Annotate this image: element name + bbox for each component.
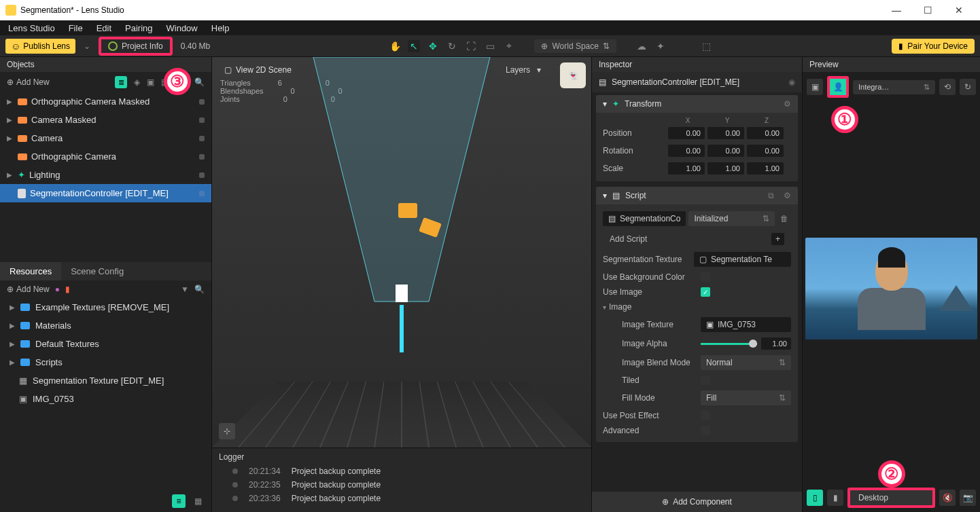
grid-view-icon[interactable]: ▦ [191,494,205,508]
res-scripts[interactable]: ▶Scripts [0,353,211,371]
tree-item-ortho-cam[interactable]: Orthographic Camera [0,147,211,166]
preview-phone-icon[interactable]: ▯ [807,490,823,506]
preview-viewport[interactable] [805,238,977,340]
script-state-select[interactable]: Initialized⇅ [688,211,775,226]
puzzle-icon[interactable]: ✦ [654,40,667,52]
pos-x-input[interactable] [668,127,705,139]
menu-lens-studio[interactable]: Lens Studio [8,23,55,33]
viewport-3d[interactable]: ▢ View 2D Scene Layers ▾ 👻 Triangles60 B… [212,57,591,447]
visibility-toggle[interactable] [199,172,205,178]
list-view-icon[interactable]: ≡ [172,494,186,508]
post-effect-checkbox[interactable] [701,411,710,420]
scale-z-input[interactable] [747,162,784,175]
resource-icon-1[interactable]: ● [55,285,60,294]
tab-scene-config[interactable]: Scene Config [61,262,133,280]
publish-dropdown[interactable]: ⌄ [81,41,93,51]
script-reference[interactable]: ▤SegmentationCo [603,211,686,226]
tree-item-cam-masked[interactable]: ▶Camera Masked [0,111,211,129]
advanced-checkbox[interactable] [701,426,710,435]
add-resource-button[interactable]: ⊕ Add New [7,285,50,294]
visibility-toggle[interactable] [199,99,205,105]
preview-refresh-icon[interactable]: ↻ [960,79,976,95]
visibility-toggle[interactable] [199,154,205,160]
menu-file[interactable]: File [69,23,83,33]
scale-tool-icon[interactable]: ⛶ [465,40,477,52]
hand-tool-icon[interactable]: ✋ [389,40,401,52]
focus-tool-icon[interactable]: ⌖ [503,40,515,52]
trash-icon[interactable]: 🗑 [777,214,791,223]
add-component-button[interactable]: ⊕ Add Component [592,492,802,512]
cloud-icon[interactable]: ☁ [635,40,648,52]
menu-edit[interactable]: Edit [97,23,111,33]
preview-mute-icon[interactable]: 🔇 [939,490,956,506]
script-header[interactable]: ▾ ▤ Script ⧉ ⚙ [596,187,798,204]
res-default-textures[interactable]: ▶Default Textures [0,335,211,353]
move-tool-icon[interactable]: ✥ [427,40,439,52]
layers-icon[interactable]: ◈ [134,77,140,87]
scene-object-white[interactable] [396,285,408,302]
maximize-button[interactable]: ☐ [912,0,943,20]
preview-tablet-icon[interactable]: ▮ [827,490,843,506]
image-collapse-icon[interactable]: ▾ [603,304,606,311]
preview-flip-icon[interactable]: ⟲ [939,79,956,95]
rot-z-input[interactable] [747,145,784,157]
minimize-button[interactable]: — [881,0,912,20]
search-icon[interactable]: 🔍 [194,77,205,87]
copy-icon[interactable]: ⧉ [768,191,774,200]
pair-device-button[interactable]: ▮ Pair Your Device [892,39,975,54]
tree-item-segmentation-controller[interactable]: SegmentationController [EDIT_ME] [0,184,211,202]
collapse-icon[interactable]: ▣ [147,77,154,87]
camera-object-1[interactable] [398,203,417,218]
preview-record-icon[interactable]: 📷 [960,490,976,506]
filter-icon[interactable]: ▼ [181,285,189,294]
res-img-0753[interactable]: ▣IMG_0753 [0,390,211,408]
visibility-icon[interactable]: ◉ [788,77,795,87]
use-image-checkbox[interactable]: ✓ [701,287,710,297]
tiled-checkbox[interactable] [701,376,710,385]
res-materials[interactable]: ▶Materials [0,316,211,335]
close-button[interactable]: ✕ [943,0,975,20]
pos-z-input[interactable] [747,127,784,139]
menu-pairing[interactable]: Pairing [125,23,152,33]
add-script-button[interactable]: Add Script+ [603,229,791,249]
pos-y-input[interactable] [707,127,744,139]
preview-person-icon[interactable]: 👤 [827,76,849,98]
snapchat-ghost-icon[interactable]: 👻 [560,62,586,88]
visibility-toggle[interactable] [199,136,205,141]
image-texture-field[interactable]: ▣IMG_0753 [701,317,791,332]
res-example-textures[interactable]: ▶Example Textures [REMOVE_ME] [0,298,211,316]
gear-icon[interactable]: ⚙ [784,99,791,109]
seg-texture-field[interactable]: ▢Segmentation Te [694,252,791,267]
rot-x-input[interactable] [668,145,705,157]
axis-gizmo-icon[interactable]: ⊹ [219,423,235,439]
tree-item-lighting[interactable]: ▶✦Lighting [0,166,211,184]
preview-camera-icon[interactable]: ▣ [807,79,823,95]
view-2d-button[interactable]: ▢ View 2D Scene [217,62,298,77]
tree-item-ortho-cam-masked[interactable]: ▶Orthographic Camera Masked [0,92,211,111]
visibility-toggle[interactable] [199,117,205,123]
cursor-icon[interactable]: ⬚ [701,40,713,52]
resource-icon-2[interactable]: ▮ [65,285,70,294]
hierarchy-filter-icon[interactable]: ≣ [115,76,127,88]
scale-y-input[interactable] [707,162,744,175]
tab-resources[interactable]: Resources [0,262,61,280]
world-space-dropdown[interactable]: ⊕ World Space ⇅ [534,39,616,53]
alpha-input[interactable] [761,337,791,350]
alpha-slider[interactable] [701,343,757,345]
res-seg-texture[interactable]: ▦Segmentation Texture [EDIT_ME] [0,371,211,390]
visibility-toggle[interactable] [199,191,205,196]
add-object-button[interactable]: ⊕ Add New [7,77,50,87]
rotate-tool-icon[interactable]: ↻ [446,40,458,52]
rot-y-input[interactable] [707,145,744,157]
gear-icon[interactable]: ⚙ [784,191,791,200]
transform-header[interactable]: ▾ ✦ Transform ⚙ [596,95,798,113]
menu-window[interactable]: Window [167,23,198,33]
search-icon[interactable]: 🔍 [194,285,205,294]
blend-mode-select[interactable]: Normal⇅ [701,355,791,370]
fill-mode-select[interactable]: Fill⇅ [701,390,791,405]
select-tool-icon[interactable]: ↖ [408,40,420,52]
preview-device-select[interactable]: Desktop [847,488,935,508]
project-info-button[interactable]: Project Info [99,37,173,56]
menu-help[interactable]: Help [211,23,230,33]
publish-lens-button[interactable]: ☺ Publish Lens [5,39,75,54]
